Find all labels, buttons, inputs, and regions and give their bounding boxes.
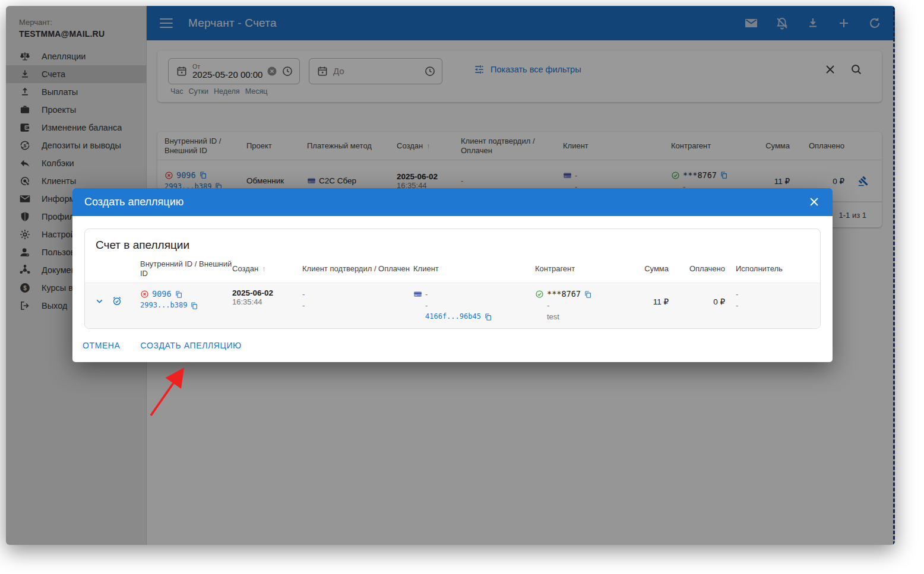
executor-line2: - [736,300,820,311]
cancel-button[interactable]: ОТМЕНА [83,341,121,350]
modal-title: Создать апелляцию [84,196,183,208]
copy-icon[interactable] [484,313,492,321]
close-icon[interactable] [808,195,821,208]
executor-line1: - [736,288,820,300]
amount-cell: 11 ₽ [642,297,669,306]
window-edge-scrollbar [893,6,895,545]
sort-asc-icon: ↑ [262,264,266,273]
app-window: Мерчант: TESTMMA@MAIL.RU Апелляции Счета… [6,6,895,545]
confirmed-line1: - [302,288,413,300]
sber-check-icon [535,290,544,299]
copy-icon[interactable] [584,290,592,299]
create-appeal-modal: Создать апелляцию Счет в апелляции Внутр… [72,188,833,362]
invoice-id-link[interactable]: 9096 [152,288,172,300]
client-line1: - [425,288,428,300]
counterparty-card: ***8767 [547,288,581,300]
modal-table-row[interactable]: 9096 2993...b389 2025-06-02 16:35:44 - -… [85,283,820,328]
counterparty-line2: - [547,300,549,311]
modal-footer: ОТМЕНА СОЗДАТЬ АПЕЛЛЯЦИЮ [72,329,833,362]
alarm-check-icon [112,296,122,306]
header-amount: Сумма [642,264,669,274]
paid-cell: 0 ₽ [669,297,725,306]
create-appeal-button[interactable]: СОЗДАТЬ АПЕЛЛЯЦИЮ [141,341,242,350]
copy-icon[interactable] [190,302,198,310]
header-paid: Оплачено [669,264,725,274]
counterparty-line3: test [547,311,559,322]
client-card-id: 4166f...96b45 [425,311,481,322]
appeal-invoice-card: Счет в апелляции Внутренний ID / Внешний… [84,229,821,329]
header-executor: Исполнитель [736,264,820,274]
created-date: 2025-06-02 [232,288,302,297]
confirmed-line2: - [302,300,413,311]
modal-header: Создать апелляцию [72,188,833,216]
header-id: Внутренний ID / Внешний ID [140,259,232,278]
header-created: Создан↑ [232,264,302,274]
external-id: 2993...b389 [140,300,187,311]
card-icon [413,290,422,299]
header-counterparty: Контрагент [535,264,642,274]
modal-table-header: Внутренний ID / Внешний ID Создан↑ Клиен… [85,255,820,283]
copy-icon[interactable] [175,290,183,299]
header-confirmed: Клиент подтвердил / Оплачен [302,264,413,274]
annotation-arrow [138,362,194,421]
client-line2: - [425,300,428,311]
header-client: Клиент [413,264,535,274]
created-time: 16:35:44 [232,297,302,306]
chevron-down-icon[interactable] [94,296,105,306]
cancel-status-icon [140,290,149,299]
card-title: Счет в апелляции [85,229,820,255]
